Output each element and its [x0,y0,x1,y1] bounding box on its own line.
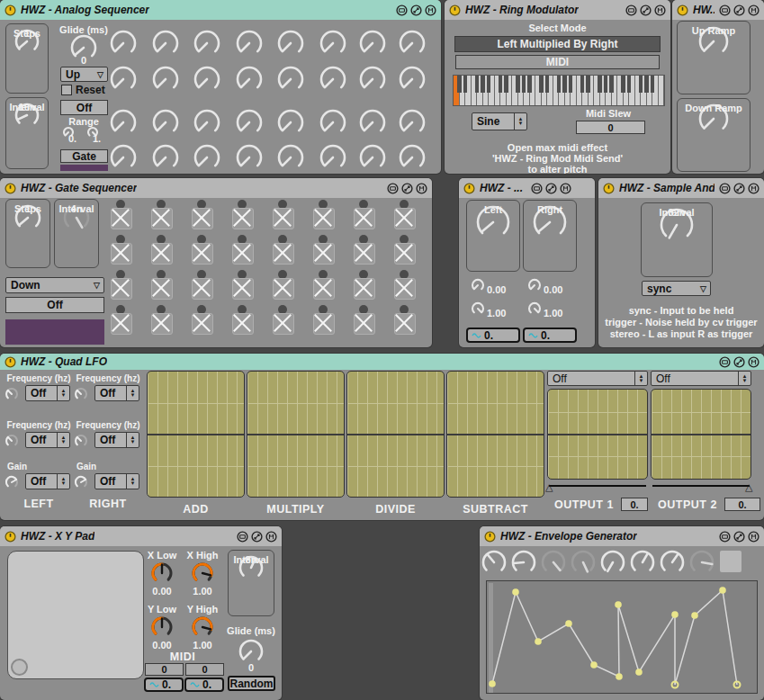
freq-select[interactable]: Off ▲▼ [94,385,139,401]
envelope-mode-button[interactable] [720,551,742,572]
y-high-knob[interactable] [191,615,214,642]
gate-toggle[interactable] [313,278,335,300]
piano-key-black[interactable] [527,76,532,93]
gate-toggle[interactable] [394,243,416,265]
gate-toggle[interactable] [273,278,294,300]
gate-toggle[interactable] [151,278,173,300]
output2-mode-select[interactable]: Off ▲▼ [651,371,751,386]
gate-toggle[interactable] [354,313,375,335]
gate-toggle[interactable] [151,313,173,335]
gate-toggle[interactable] [273,313,294,335]
stepper-arrows-icon[interactable]: ▲▼ [738,372,751,385]
envelope-param-knob[interactable] [659,549,686,579]
gate-toggle[interactable] [354,243,375,265]
output1-slider[interactable] [549,485,646,487]
seq-step-knob[interactable] [319,143,347,174]
seq-step-knob[interactable] [109,108,138,140]
seq-step-knob[interactable] [398,65,427,97]
piano-key-black[interactable] [457,76,462,93]
seq-step-knob[interactable] [398,108,427,140]
mode-menu[interactable]: sync ▽ [642,281,711,296]
piano-key-black[interactable] [545,76,550,93]
direction-menu[interactable]: Down ▽ [5,277,104,293]
piano-key-black[interactable] [562,76,567,93]
freq-knob[interactable] [4,386,20,406]
right-min-knob[interactable] [526,277,543,297]
cv-numbox-x[interactable]: 0. [144,678,184,692]
freq-select[interactable]: Off ▲▼ [25,385,70,401]
gate-toggle[interactable] [394,278,416,300]
gate-toggle[interactable] [232,208,254,229]
piano-key-black[interactable] [516,76,520,93]
gain-select[interactable]: Off ▲▼ [25,473,70,489]
gate-toggle[interactable] [111,208,132,229]
gate-toggle[interactable] [151,208,173,229]
gate-toggle[interactable] [232,313,254,335]
gate-toggle[interactable] [354,208,375,229]
piano-key-black[interactable] [604,76,608,93]
device-on-toggle-icon[interactable] [449,4,461,16]
piano-key-black[interactable] [580,76,585,93]
device-on-toggle-icon[interactable] [4,531,16,543]
device-header-icons[interactable] [719,531,760,543]
piano-key-black[interactable] [499,76,503,93]
xy-pad-puck[interactable] [11,659,28,676]
seq-step-knob[interactable] [193,108,221,140]
piano-key-black[interactable] [586,76,590,93]
gate-toggle[interactable] [111,243,132,265]
output2-numbox[interactable]: 0. [724,498,760,511]
gate-toggle[interactable] [232,278,254,300]
gate-toggle[interactable] [192,208,213,229]
stepper-arrows-icon[interactable]: ▲▼ [514,113,526,130]
gate-toggle[interactable] [313,208,335,229]
gate-button[interactable]: Gate [60,149,108,163]
seq-step-knob[interactable] [358,108,387,140]
gate-toggle[interactable] [192,278,213,300]
seq-step-knob[interactable] [398,29,427,61]
gate-toggle[interactable] [273,243,294,265]
stepper-arrows-icon[interactable]: ▲▼ [57,474,69,489]
gate-toggle[interactable] [192,313,213,335]
midi-slew-numbox[interactable]: 0 [576,121,645,134]
piano-key-black[interactable] [609,76,614,93]
seq-step-knob[interactable] [193,29,221,61]
x-high-knob[interactable] [191,561,214,588]
seq-step-knob[interactable] [319,29,347,61]
seq-step-knob[interactable] [235,108,264,140]
xy-pad-surface[interactable] [7,551,144,679]
right-max-knob[interactable] [526,301,543,320]
piano-key-black[interactable] [644,76,649,93]
seq-step-knob[interactable] [109,29,138,61]
x-low-knob[interactable] [150,561,174,588]
freq-knob[interactable] [4,433,20,453]
freq-knob[interactable] [73,386,89,406]
piano-key-black[interactable] [539,76,544,93]
gain-knob[interactable] [4,474,20,494]
device-on-toggle-icon[interactable] [4,4,16,16]
reset-toggle[interactable]: Reset [61,84,105,96]
midi-keyboard[interactable] [453,75,665,106]
output2-slider[interactable] [652,485,750,487]
seq-step-knob[interactable] [193,143,221,174]
gate-toggle[interactable] [313,243,335,265]
envelope-param-knob[interactable] [510,549,537,579]
piano-key-black[interactable] [481,76,485,93]
seq-step-knob[interactable] [319,65,347,97]
gate-toggle[interactable] [394,313,416,335]
freq-select[interactable]: Off ▲▼ [94,432,139,448]
piano-key-black[interactable] [504,76,508,93]
seq-step-knob[interactable] [276,65,305,97]
left-max-knob[interactable] [470,301,486,320]
envelope-param-knob[interactable] [540,549,567,579]
random-button[interactable]: Random [228,676,275,691]
seq-step-knob[interactable] [151,108,180,140]
mode-button[interactable]: Left Multiplied By Right [454,36,661,52]
waveform-select[interactable]: Sine ▲▼ [472,112,527,130]
stepper-arrows-icon[interactable]: ▲▼ [126,386,139,400]
stepper-arrows-icon[interactable]: ▲▼ [634,372,647,385]
stepper-arrows-icon[interactable]: ▲▼ [57,433,69,447]
output1-mode-select[interactable]: Off ▲▼ [547,371,648,386]
stepper-arrows-icon[interactable]: ▲▼ [126,433,139,447]
midi-numbox-y[interactable]: 0 [185,663,224,676]
gain-select[interactable]: Off ▲▼ [94,473,139,489]
